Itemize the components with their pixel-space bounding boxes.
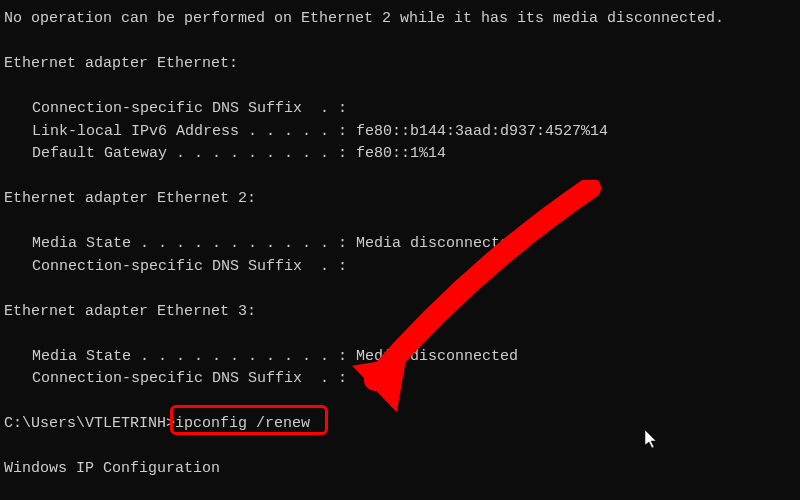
- row-value: fe80::b144:3aad:d937:4527%14: [347, 123, 608, 140]
- adapter-row: Media State . . . . . . . . . . . : Medi…: [4, 233, 796, 256]
- blank-line: [4, 76, 796, 99]
- blank-line: [4, 166, 796, 189]
- command-prompt-line[interactable]: C:\Users\VTLETRINH>ipconfig /renew: [4, 413, 796, 436]
- blank-line: [4, 211, 796, 234]
- blank-line: [4, 436, 796, 459]
- result-heading: Windows IP Configuration: [4, 458, 796, 481]
- row-value: Media disconnected: [347, 235, 518, 252]
- adapter-header: Ethernet adapter Ethernet:: [4, 53, 796, 76]
- adapter-row: Default Gateway . . . . . . . . . : fe80…: [4, 143, 796, 166]
- blank-line: [4, 391, 796, 414]
- blank-line: [4, 323, 796, 346]
- prompt-path: C:\Users\VTLETRINH>: [4, 413, 175, 436]
- adapter-section-1: Ethernet adapter Ethernet: Connection-sp…: [4, 53, 796, 166]
- adapter-section-2: Ethernet adapter Ethernet 2: Media State…: [4, 188, 796, 278]
- adapter-row: Connection-specific DNS Suffix . :: [4, 256, 796, 279]
- adapter-header: Ethernet adapter Ethernet 3:: [4, 301, 796, 324]
- row-label: Media State . . . . . . . . . . . :: [32, 235, 347, 252]
- row-label: Connection-specific DNS Suffix . :: [32, 370, 347, 387]
- adapter-row: Media State . . . . . . . . . . . : Medi…: [4, 346, 796, 369]
- row-label: Default Gateway . . . . . . . . . :: [32, 145, 347, 162]
- blank-line: [4, 278, 796, 301]
- adapter-row: Connection-specific DNS Suffix . :: [4, 98, 796, 121]
- adapter-header: Ethernet adapter Ethernet 2:: [4, 188, 796, 211]
- row-label: Connection-specific DNS Suffix . :: [32, 258, 347, 275]
- error-message: No operation can be performed on Etherne…: [4, 8, 796, 31]
- adapter-row: Link-local IPv6 Address . . . . . : fe80…: [4, 121, 796, 144]
- blank-line: [4, 31, 796, 54]
- adapter-row: Connection-specific DNS Suffix . :: [4, 368, 796, 391]
- row-label: Link-local IPv6 Address . . . . . :: [32, 123, 347, 140]
- row-label: Media State . . . . . . . . . . . :: [32, 348, 347, 365]
- row-value: Media disconnected: [347, 348, 518, 365]
- typed-command: ipconfig /renew: [175, 413, 310, 436]
- adapter-section-3: Ethernet adapter Ethernet 3: Media State…: [4, 301, 796, 391]
- row-label: Connection-specific DNS Suffix . :: [32, 100, 347, 117]
- row-value: fe80::1%14: [347, 145, 446, 162]
